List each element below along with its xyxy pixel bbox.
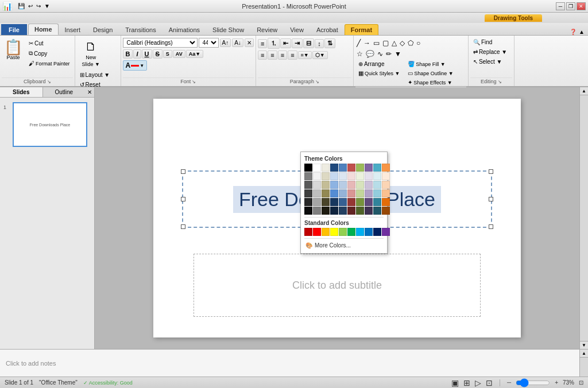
arrange-button[interactable]: ⊕ Arrange xyxy=(355,60,403,68)
slide-thumbnail[interactable]: Free Downloads Place xyxy=(13,102,87,147)
theme-color-cell[interactable] xyxy=(339,181,347,189)
align-center-button[interactable]: ≡ xyxy=(268,51,277,60)
shapes-more-button[interactable]: ▼ xyxy=(393,49,403,59)
close-sidebar-button[interactable]: ✕ xyxy=(85,87,94,97)
shape-rounded-rect[interactable]: ▢ xyxy=(381,38,390,48)
minimize-button[interactable]: ─ xyxy=(556,2,565,10)
theme-color-cell[interactable] xyxy=(313,189,321,197)
handle-top-right[interactable] xyxy=(489,169,493,174)
font-color-button[interactable]: A ▼ xyxy=(123,60,148,71)
tab-view[interactable]: View xyxy=(284,24,310,35)
theme-color-cell[interactable] xyxy=(356,172,364,180)
slide-subtitle-placeholder[interactable]: Click to add subtitle xyxy=(292,280,382,292)
theme-color-cell[interactable] xyxy=(382,207,390,215)
standard-color-cell[interactable] xyxy=(339,228,347,236)
shape-triangle[interactable]: △ xyxy=(390,38,398,48)
theme-color-cell[interactable] xyxy=(304,181,312,189)
underline-button[interactable]: U xyxy=(142,49,152,59)
numbering-button[interactable]: ⒈ xyxy=(268,38,280,49)
theme-color-cell[interactable] xyxy=(330,207,338,215)
theme-color-cell[interactable] xyxy=(304,198,312,206)
shape-star[interactable]: ☆ xyxy=(355,49,364,59)
align-right-button[interactable]: ≡ xyxy=(278,51,287,60)
slide-subtitle-box[interactable]: Click to add subtitle xyxy=(194,254,481,317)
bullets-button[interactable]: ≡ xyxy=(258,39,267,48)
theme-color-cell[interactable] xyxy=(373,198,381,206)
theme-color-cell[interactable] xyxy=(304,172,312,180)
minimize-ribbon-icon[interactable]: ▲ xyxy=(579,29,585,35)
theme-color-cell[interactable] xyxy=(322,198,330,206)
handle-top-left[interactable] xyxy=(181,169,185,174)
fit-window-button[interactable]: ⊡ xyxy=(579,379,583,386)
font-name-select[interactable]: Calibri (Headings) xyxy=(123,38,198,48)
text-direction-button[interactable]: ⇅ xyxy=(324,38,335,48)
bold-button[interactable]: B xyxy=(123,49,133,59)
format-painter-button[interactable]: 🖌 Format Painter xyxy=(26,59,73,68)
change-case-button[interactable]: Aa▼ xyxy=(186,50,203,58)
theme-color-cell[interactable] xyxy=(373,172,381,180)
handle-middle-right[interactable] xyxy=(489,197,493,201)
theme-color-cell[interactable] xyxy=(322,181,330,189)
theme-color-cell[interactable] xyxy=(304,164,312,172)
restore-button[interactable]: ❐ xyxy=(566,2,575,10)
theme-color-cell[interactable] xyxy=(347,181,355,189)
standard-color-cell[interactable] xyxy=(347,228,355,236)
theme-color-cell[interactable] xyxy=(347,207,355,215)
tab-design[interactable]: Design xyxy=(87,24,119,35)
theme-color-cell[interactable] xyxy=(373,207,381,215)
shape-freeform[interactable]: ✏ xyxy=(385,49,393,59)
theme-color-cell[interactable] xyxy=(356,164,364,172)
shape-circle[interactable]: ○ xyxy=(415,38,421,48)
theme-color-cell[interactable] xyxy=(339,164,347,172)
scroll-up-button[interactable]: ▲ xyxy=(580,87,588,95)
theme-color-cell[interactable] xyxy=(365,181,373,189)
shape-rect[interactable]: ▭ xyxy=(372,38,381,48)
theme-color-cell[interactable] xyxy=(347,198,355,206)
theme-color-cell[interactable] xyxy=(313,172,321,180)
theme-color-cell[interactable] xyxy=(322,164,330,172)
theme-color-cell[interactable] xyxy=(382,189,390,197)
shape-pentagon[interactable]: ⬠ xyxy=(407,38,415,48)
shape-curve[interactable]: ∿ xyxy=(376,49,384,59)
align-left-button[interactable]: ≡ xyxy=(258,51,267,60)
tab-animations[interactable]: Animations xyxy=(163,24,206,35)
view-slide-sorter-button[interactable]: ⊞ xyxy=(463,378,470,387)
decrease-indent-button[interactable]: ⇤ xyxy=(280,38,291,48)
shape-fill-button[interactable]: 🪣 Shape Fill ▼ xyxy=(405,60,456,68)
theme-color-cell[interactable] xyxy=(356,189,364,197)
theme-color-cell[interactable] xyxy=(330,181,338,189)
slides-tab[interactable]: Slides xyxy=(0,87,43,97)
outline-tab[interactable]: Outline xyxy=(43,87,86,97)
paste-button[interactable]: 📋 Paste xyxy=(2,38,25,62)
theme-color-cell[interactable] xyxy=(365,189,373,197)
quick-styles-button[interactable]: ▦ Quick Styles ▼ xyxy=(355,69,403,77)
standard-color-cell[interactable] xyxy=(365,228,373,236)
font-size-select[interactable]: 44 xyxy=(199,38,219,48)
close-button[interactable]: ✕ xyxy=(577,2,586,10)
theme-color-cell[interactable] xyxy=(304,207,312,215)
theme-color-cell[interactable] xyxy=(347,189,355,197)
view-normal-button[interactable]: ▣ xyxy=(451,378,459,387)
char-spacing-button[interactable]: AV xyxy=(173,50,185,58)
handle-bottom-right[interactable] xyxy=(489,224,493,229)
customize-quick-access-button[interactable]: ▼ xyxy=(43,2,51,10)
align-text-button[interactable]: ≡▼ xyxy=(298,51,312,59)
theme-color-cell[interactable] xyxy=(382,172,390,180)
theme-color-cell[interactable] xyxy=(365,172,373,180)
paragraph-expand-icon[interactable]: ↘ xyxy=(315,79,319,84)
zoom-out-button[interactable]: ─ xyxy=(507,379,511,386)
standard-color-cell[interactable] xyxy=(330,228,338,236)
tab-insert[interactable]: Insert xyxy=(59,24,87,35)
shadow-button[interactable]: S xyxy=(163,50,172,58)
standard-color-cell[interactable] xyxy=(304,228,312,236)
find-button[interactable]: 🔍 Find xyxy=(470,38,495,46)
standard-color-cell[interactable] xyxy=(382,228,390,236)
view-slideshow-button[interactable]: ⊡ xyxy=(486,378,493,387)
theme-color-cell[interactable] xyxy=(373,189,381,197)
theme-color-cell[interactable] xyxy=(322,189,330,197)
shape-effects-button[interactable]: ✦ Shape Effects ▼ xyxy=(405,78,456,87)
theme-color-cell[interactable] xyxy=(365,198,373,206)
theme-color-cell[interactable] xyxy=(313,164,321,172)
redo-button[interactable]: ↪ xyxy=(35,2,42,10)
layout-button[interactable]: ⊞ Layout ▼ xyxy=(77,71,113,79)
